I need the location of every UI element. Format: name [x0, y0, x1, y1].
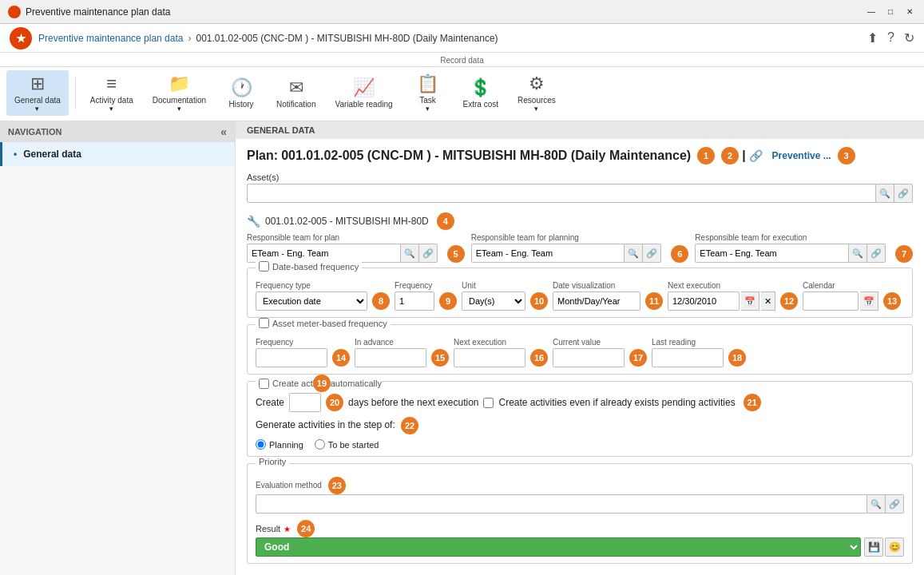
- resp-plan-input[interactable]: [247, 244, 401, 263]
- evaluation-method-search-button[interactable]: 🔍: [867, 494, 886, 514]
- next-execution-field: Next execution 📅 ✕ 12: [668, 281, 798, 311]
- unit-field: Unit Day(s) Week(s) Month(s) Year(s) 10: [462, 281, 548, 311]
- to-be-started-radio[interactable]: [315, 439, 325, 450]
- date-frequency-checkbox[interactable]: [259, 261, 269, 272]
- responsible-teams-row: Responsible team for plan 🔍 🔗 5 Responsi…: [247, 233, 913, 263]
- current-value-input[interactable]: [553, 348, 625, 367]
- create-activity-section: Create activity automatically 19 Create …: [247, 381, 913, 457]
- badge-23: 23: [328, 477, 346, 494]
- result-smile-button[interactable]: 😊: [885, 537, 904, 557]
- calendar-field: Calendar 📅 13: [803, 281, 901, 311]
- breadcrumb-home[interactable]: Preventive maintenance plan data: [38, 33, 183, 44]
- calendar-btn[interactable]: 📅: [860, 291, 878, 311]
- plan-type: Preventive ...: [772, 150, 831, 161]
- resp-plan-input-group: 🔍 🔗: [247, 244, 438, 263]
- resp-planning-input[interactable]: [471, 244, 625, 263]
- resp-plan-field: Responsible team for plan 🔍 🔗: [247, 233, 438, 263]
- toolbar-general-data[interactable]: ⊞ General data ▾: [6, 70, 69, 116]
- documentation-icon: 📁: [169, 73, 190, 94]
- unit-select[interactable]: Day(s) Week(s) Month(s) Year(s): [462, 291, 525, 311]
- priority-section: Priority Evaluation method 23 🔍 🔗 Result: [247, 463, 913, 564]
- resp-plan-link-button[interactable]: 🔗: [419, 244, 438, 263]
- in-advance-input[interactable]: [355, 348, 426, 367]
- sidebar-header-label: NAVIGATION: [8, 127, 61, 137]
- frequency-type-select[interactable]: Execution date Fixed date: [256, 291, 367, 311]
- result-save-button[interactable]: 💾: [864, 537, 883, 557]
- next-execution-calendar-btn[interactable]: 📅: [741, 291, 759, 311]
- close-button[interactable]: ✕: [903, 6, 916, 18]
- resp-planning-label: Responsible team for planning: [471, 233, 662, 242]
- toolbar-history[interactable]: 🕐 History: [217, 74, 265, 112]
- breadcrumb-current: 001.01.02-005 (CNC-DM ) - MITSUBISHI MH-…: [196, 33, 498, 44]
- meter-next-execution-input[interactable]: [454, 348, 525, 367]
- last-reading-input[interactable]: [652, 348, 724, 367]
- meter-frequency-input[interactable]: [256, 348, 327, 367]
- resources-icon: ⚙: [529, 73, 545, 94]
- resp-execution-link-button[interactable]: 🔗: [867, 244, 886, 263]
- toolbar-section: Record data ⊞ General data ▾ ≡ Activity …: [0, 53, 924, 121]
- to-be-started-radio-item[interactable]: To be started: [315, 439, 379, 450]
- resp-execution-label: Responsible team for execution: [695, 233, 886, 242]
- resp-plan-search-button[interactable]: 🔍: [401, 244, 419, 263]
- date-frequency-title: Date-based frequency: [256, 261, 362, 272]
- asset-row: 🔧 001.01.02-005 - MITSUBISHI MH-80D 4: [247, 209, 913, 233]
- badge-17: 17: [629, 349, 647, 367]
- toolbar-task[interactable]: 📋 Task ▾: [404, 70, 452, 116]
- next-execution-input[interactable]: [668, 291, 740, 311]
- meter-frequency-checkbox[interactable]: [259, 318, 269, 328]
- toolbar-extra-cost[interactable]: 💲 Extra cost: [455, 74, 506, 112]
- toolbar-documentation[interactable]: 📁 Documentation ▾: [145, 70, 214, 116]
- planning-radio[interactable]: [256, 439, 266, 450]
- assets-link-button[interactable]: 🔗: [894, 184, 913, 203]
- badge-16: 16: [530, 349, 548, 367]
- to-be-started-radio-label: To be started: [328, 440, 379, 450]
- toolbar-resources[interactable]: ⚙ Resources ▾: [510, 70, 564, 116]
- help-icon[interactable]: ?: [887, 30, 894, 46]
- create-days-input[interactable]: [289, 393, 321, 412]
- documentation-label: Documentation: [153, 96, 206, 105]
- general-data-icon: ⊞: [30, 73, 45, 94]
- badge-8: 8: [372, 292, 390, 310]
- resp-execution-search-button[interactable]: 🔍: [849, 244, 867, 263]
- planning-radio-item[interactable]: Planning: [256, 439, 303, 450]
- date-visualization-input[interactable]: [553, 291, 640, 311]
- evaluation-method-input[interactable]: [256, 494, 867, 514]
- result-action-icons: 💾 😊: [864, 537, 904, 557]
- toolbar-activity-data[interactable]: ≡ Activity data ▾: [82, 70, 141, 116]
- date-frequency-label: Date-based frequency: [272, 262, 359, 272]
- toolbar-notification[interactable]: ✉ Notification: [268, 74, 323, 112]
- minimize-button[interactable]: —: [865, 6, 878, 18]
- task-arrow: ▾: [426, 105, 430, 113]
- sidebar-collapse-button[interactable]: «: [220, 125, 227, 138]
- in-advance-label: In advance: [355, 338, 449, 347]
- collapse-icon[interactable]: ⬆: [867, 30, 878, 46]
- assets-input[interactable]: [247, 184, 876, 203]
- create-activity-checkbox[interactable]: [259, 379, 269, 389]
- date-visualization-field: Date visualization 11: [553, 281, 663, 311]
- resp-execution-input[interactable]: [695, 244, 849, 263]
- resp-planning-link-button[interactable]: 🔗: [643, 244, 661, 263]
- result-select[interactable]: Good: [256, 537, 861, 557]
- calendar-label: Calendar: [803, 281, 901, 290]
- refresh-icon[interactable]: ↻: [904, 30, 914, 46]
- maximize-button[interactable]: □: [884, 6, 897, 18]
- sidebar-item-general-data[interactable]: General data: [0, 142, 235, 166]
- generate-label: Generate activities in the step of:: [256, 419, 395, 430]
- task-label: Task: [419, 96, 436, 105]
- toolbar-variable-reading[interactable]: 📈 Variable reading: [327, 74, 400, 112]
- meter-frequency-row: Frequency 14 In advance 15: [256, 338, 904, 367]
- in-advance-field: In advance 15: [355, 338, 449, 367]
- resp-planning-search-button[interactable]: 🔍: [625, 244, 643, 263]
- badge-11: 11: [645, 292, 663, 310]
- calendar-input[interactable]: [803, 291, 859, 311]
- evaluation-method-link-button[interactable]: 🔗: [886, 494, 904, 514]
- pending-label: Create activities even if already exists…: [498, 397, 735, 408]
- date-frequency-section: Date-based frequency Frequency type Exec…: [247, 268, 913, 318]
- pending-checkbox[interactable]: [483, 398, 494, 408]
- documentation-arrow: ▾: [177, 105, 181, 113]
- frequency-input[interactable]: [395, 291, 434, 311]
- main-layout: NAVIGATION « General data GENERAL DATA P…: [0, 121, 924, 575]
- badge-10: 10: [530, 292, 548, 310]
- next-execution-clear-btn[interactable]: ✕: [761, 291, 775, 311]
- assets-search-button[interactable]: 🔍: [876, 184, 894, 203]
